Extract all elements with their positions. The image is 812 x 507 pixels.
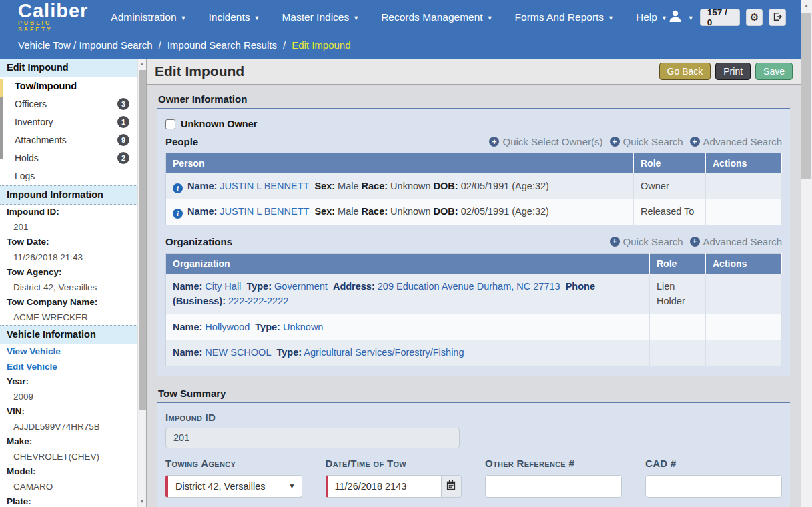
info-icon[interactable]: i <box>173 209 183 219</box>
menu-bar: Administration▼ Incidents▼ Master Indice… <box>111 11 667 23</box>
column-actions: Actions <box>706 153 782 174</box>
org-address: 209 Education Avenue Durham, NC 27713 <box>378 281 560 292</box>
people-quick-search-link[interactable]: +Quick Search <box>610 136 683 147</box>
towing-agency-select[interactable]: District 42, Versailles ▼ <box>165 475 302 498</box>
actions-cell <box>706 173 782 199</box>
organization-cell: Name: Hollywood Type: Unknown <box>166 314 650 340</box>
sidebar-item-label: Tow/Impound <box>15 81 77 91</box>
cad-input[interactable] <box>645 475 782 498</box>
tow-date-label: Tow Date: <box>0 235 137 250</box>
sidebar-scrollbar-thumb[interactable] <box>139 70 146 410</box>
print-button[interactable]: Print <box>715 63 751 80</box>
caret-down-icon: ▼ <box>661 14 667 21</box>
towing-agency-label: Towing Agency <box>165 458 302 469</box>
main-content: Owner Information Unknown Owner People +… <box>147 85 801 507</box>
race-value: Unknown <box>390 181 430 191</box>
sidebar-scrollbar[interactable]: ▲ ▼ <box>137 59 146 507</box>
header-right-cluster: ▼ 157 / 0 ⚙ <box>667 8 801 27</box>
race-label: Race: <box>362 181 388 191</box>
sidebar-item-attachments[interactable]: Attachments9 <box>0 131 137 149</box>
org-quick-search-link[interactable]: +Quick Search <box>610 236 683 247</box>
edit-vehicle-link[interactable]: Edit Vehicle <box>0 360 137 375</box>
towing-agency-field: Towing Agency District 42, Versailles ▼ <box>165 458 302 498</box>
tow-summary-panel: Impound ID Towing Agency District 42, Ve… <box>157 403 790 507</box>
gear-icon: ⚙ <box>750 11 759 23</box>
menu-label: Help <box>636 11 657 23</box>
role-cell <box>650 314 706 340</box>
menu-master-indices[interactable]: Master Indices▼ <box>282 11 359 23</box>
record-counter-badge[interactable]: 157 / 0 <box>700 9 740 26</box>
vin-label: VIN: <box>0 404 137 420</box>
org-name[interactable]: Hollywood <box>205 322 250 332</box>
link-label: Advanced Search <box>703 236 782 247</box>
scroll-down-icon[interactable]: ▼ <box>138 496 146 507</box>
role-cell: Owner <box>634 173 706 199</box>
org-name[interactable]: City Hall <box>205 281 241 292</box>
scroll-up-icon[interactable]: ▲ <box>801 0 812 11</box>
user-menu[interactable]: ▼ <box>667 8 694 27</box>
menu-forms-and-reports[interactable]: Forms And Reports▼ <box>515 11 614 23</box>
menu-records-management[interactable]: Records Management▼ <box>381 11 492 23</box>
quick-select-owners-link[interactable]: +Quick Select Owner(s) <box>489 136 602 147</box>
tow-agency-value: District 42, Versailles <box>0 280 137 296</box>
people-header: People +Quick Select Owner(s) +Quick Sea… <box>165 136 782 147</box>
organization-row: Name: NEW SCHOOL Type: Agricultural Serv… <box>166 340 782 366</box>
settings-button[interactable]: ⚙ <box>746 9 763 26</box>
sidebar-item-holds[interactable]: Holds2 <box>0 149 137 167</box>
go-back-button[interactable]: Go Back <box>659 63 711 80</box>
cad-label: CAD # <box>645 458 782 469</box>
owner-information-title: Owner Information <box>157 93 790 108</box>
caret-down-icon: ▼ <box>487 14 493 21</box>
scroll-up-icon[interactable]: ▲ <box>138 59 146 69</box>
date-of-tow-input[interactable] <box>326 475 441 498</box>
impound-id-value: 201 <box>0 220 137 235</box>
circle-plus-icon: + <box>610 137 620 147</box>
calendar-button[interactable] <box>441 475 462 498</box>
sidebar-item-logs[interactable]: Logs <box>0 167 137 185</box>
menu-administration[interactable]: Administration▼ <box>111 11 186 23</box>
unknown-owner-checkbox[interactable] <box>165 119 175 129</box>
org-name[interactable]: NEW SCHOOL <box>205 347 271 358</box>
role-cell <box>650 340 706 366</box>
view-vehicle-link[interactable]: View Vehicle <box>0 344 137 360</box>
person-name-link[interactable]: JUSTIN L BENNETT <box>220 181 309 191</box>
info-icon[interactable]: i <box>173 183 183 193</box>
count-badge: 9 <box>117 134 129 146</box>
breadcrumb-search-results[interactable]: Impound Search Results <box>167 39 277 51</box>
org-type: Government <box>274 281 328 292</box>
sidebar-item-inventory[interactable]: Inventory1 <box>0 113 137 131</box>
make-label: Make: <box>0 434 137 450</box>
page-scrollbar-thumb[interactable] <box>801 13 811 179</box>
impound-id-label: Impound ID: <box>0 205 137 220</box>
year-label: Year: <box>0 374 137 390</box>
people-table: Person Role Actions iName: JUSTIN L BENN… <box>165 153 782 225</box>
org-advanced-search-link[interactable]: +Advanced Search <box>690 236 782 247</box>
column-actions: Actions <box>706 253 782 274</box>
tow-form-row: Towing Agency District 42, Versailles ▼ … <box>165 458 782 498</box>
page-scrollbar[interactable]: ▲ <box>801 0 812 507</box>
people-advanced-search-link[interactable]: +Advanced Search <box>690 136 782 147</box>
role-cell: Lien Holder <box>650 274 706 314</box>
tow-company-label: Tow Company Name: <box>0 295 137 310</box>
person-row: iName: JUSTIN L BENNETT Sex: Male Race: … <box>166 173 782 199</box>
cad-field: CAD # <box>645 458 782 498</box>
caliber-logo[interactable]: Caliber PUBLIC SAFETY <box>18 3 88 33</box>
menu-help[interactable]: Help▼ <box>636 11 667 23</box>
sidebar-item-tow-impound[interactable]: Tow/Impound <box>0 77 137 95</box>
breadcrumb-impound-search[interactable]: Vehicle Tow / Impound Search <box>18 39 153 51</box>
logout-button[interactable] <box>769 9 786 26</box>
name-label: Name: <box>173 347 202 358</box>
person-name-link[interactable]: JUSTIN L BENNETT <box>220 206 309 217</box>
other-reference-input[interactable] <box>485 475 622 498</box>
menu-incidents[interactable]: Incidents▼ <box>208 11 260 23</box>
sex-value: Male <box>338 206 358 217</box>
sidebar-item-officers[interactable]: Officers3 <box>0 95 137 113</box>
menu-label: Records Management <box>381 11 483 23</box>
organizations-title: Organizations <box>165 236 232 247</box>
save-button[interactable]: Save <box>755 63 793 80</box>
dob-label: DOB: <box>434 181 458 191</box>
name-label: Name: <box>173 281 202 292</box>
organization-cell: Name: City Hall Type: Government Address… <box>166 274 650 314</box>
model-label: Model: <box>0 464 137 480</box>
column-role: Role <box>634 153 706 174</box>
